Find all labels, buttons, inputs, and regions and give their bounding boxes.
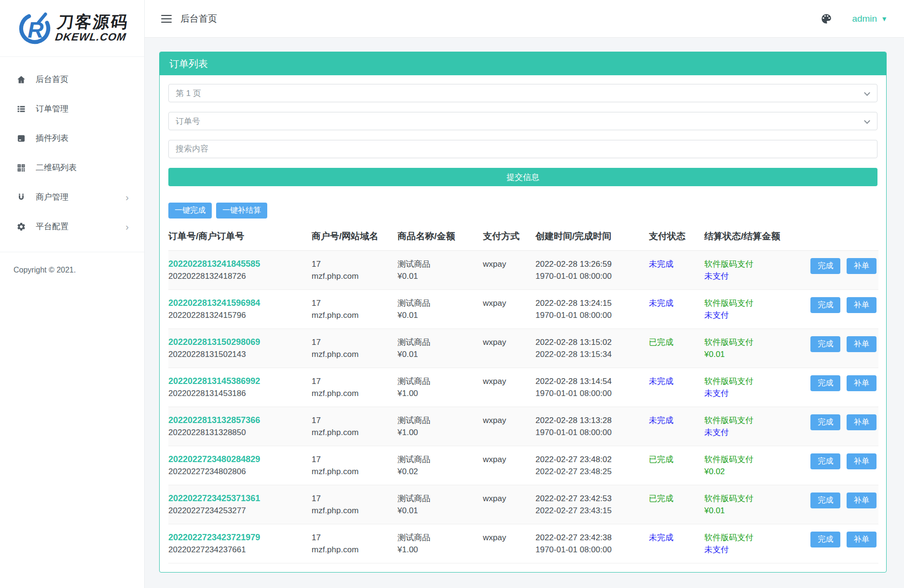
finished-time: 1970-01-01 08:00:00	[535, 544, 645, 556]
sidebar-menu: 后台首页 订单管理 插件列表 二维码列表	[0, 57, 144, 241]
product-amount: ¥0.01	[397, 348, 479, 360]
sidebar: R 刀客源码 DKEWL.COM 后台首页 订单管理 插件列表	[0, 0, 145, 588]
settle-value: 未支付	[704, 544, 800, 556]
theme-palette-button[interactable]	[820, 13, 833, 25]
row-reissue-button[interactable]: 补单	[847, 297, 877, 313]
pay-status: 已完成	[649, 336, 700, 348]
pay-status: 未完成	[649, 532, 700, 544]
pay-method: wxpay	[483, 258, 532, 270]
sidebar-item-orders[interactable]: 订单管理	[0, 94, 144, 123]
order-no-link[interactable]: 2022022723423721979	[168, 533, 260, 542]
sidebar-item-merchants[interactable]: 商户管理 ›	[0, 182, 144, 212]
created-time: 2022-02-28 13:15:02	[535, 336, 645, 348]
order-row: 2022022723425371361 20220227234253277 17…	[168, 485, 878, 524]
site-domain: mzf.php.com	[312, 544, 394, 556]
merchant-id: 17	[312, 532, 394, 544]
settle-value: ¥0.01	[704, 348, 800, 360]
order-no-link[interactable]: 2022022813132857366	[168, 415, 260, 425]
sidebar-item-dashboard[interactable]: 后台首页	[0, 65, 144, 94]
merchant-order-no: 20220228131328850	[168, 426, 308, 438]
order-no-link[interactable]: 2022022723425371361	[168, 493, 260, 503]
col-pay-method: 支付方式	[483, 221, 535, 251]
col-pay-status: 支付状态	[649, 221, 704, 251]
finished-time: 2022-02-27 23:43:15	[535, 505, 645, 517]
settle-channel: 软件版码支付	[704, 375, 800, 387]
site-domain: mzf.php.com	[312, 387, 394, 399]
merchant-id: 17	[312, 375, 394, 387]
row-reissue-button[interactable]: 补单	[847, 453, 877, 469]
row-reissue-button[interactable]: 补单	[847, 532, 877, 547]
palette-icon	[820, 13, 833, 25]
user-dropdown[interactable]: admin ▼	[852, 14, 888, 24]
brand-name: 刀客源码	[56, 14, 130, 31]
row-reissue-button[interactable]: 补单	[847, 258, 877, 274]
col-times: 创建时间/完成时间	[535, 221, 649, 251]
chevron-down-icon	[864, 118, 870, 124]
sidebar-item-plugins[interactable]: 插件列表	[0, 123, 144, 153]
pay-method: wxpay	[483, 336, 532, 348]
row-complete-button[interactable]: 完成	[810, 336, 840, 352]
sidebar-item-qrcodes[interactable]: 二维码列表	[0, 153, 144, 182]
site-domain: mzf.php.com	[312, 270, 394, 282]
row-complete-button[interactable]: 完成	[810, 258, 840, 274]
pay-status: 已完成	[649, 492, 700, 505]
pay-method: wxpay	[483, 375, 532, 387]
brand-logo-icon: R	[17, 11, 53, 46]
search-field-value: 订单号	[176, 116, 200, 127]
row-complete-button[interactable]: 完成	[810, 453, 840, 469]
row-reissue-button[interactable]: 补单	[847, 414, 877, 430]
hamburger-menu-icon[interactable]	[161, 15, 172, 23]
col-actions	[804, 221, 878, 251]
page-select[interactable]: 第 1 页	[168, 84, 877, 102]
site-domain: mzf.php.com	[312, 348, 394, 360]
orders-table: 订单号/商户订单号 商户号/网站域名 商品名称/金额 支付方式 创建时间/完成时…	[168, 221, 878, 563]
submit-button[interactable]: 提交信息	[168, 168, 877, 186]
row-reissue-button[interactable]: 补单	[847, 492, 877, 508]
resettle-all-button[interactable]: 一键补结算	[216, 203, 267, 219]
order-no-link[interactable]: 2022022813145386992	[168, 376, 260, 386]
merchant-order-no: 20220228132415796	[168, 309, 308, 321]
finished-time: 1970-01-01 08:00:00	[535, 309, 645, 321]
settle-value: 未支付	[704, 309, 800, 321]
site-domain: mzf.php.com	[312, 505, 394, 517]
pay-method: wxpay	[483, 414, 532, 426]
main-content: 订单列表 第 1 页 订单号 提交信息 一键完成 一键补结算	[145, 38, 904, 588]
merchant-order-no: 20220228131502143	[168, 348, 308, 360]
product-amount: ¥0.01	[397, 309, 479, 321]
finished-time: 1970-01-01 08:00:00	[535, 426, 645, 438]
chevron-right-icon: ›	[125, 192, 129, 202]
brand-logo: R 刀客源码 DKEWL.COM	[0, 0, 144, 57]
merchant-id: 17	[312, 414, 394, 426]
pay-status: 未完成	[649, 414, 700, 426]
created-time: 2022-02-28 13:24:15	[535, 297, 645, 309]
settle-channel: 软件版码支付	[704, 532, 800, 544]
col-settle: 结算状态/结算金额	[704, 221, 804, 251]
order-no-link[interactable]: 2022022723480284829	[168, 454, 260, 464]
row-complete-button[interactable]: 完成	[810, 492, 840, 508]
complete-all-button[interactable]: 一键完成	[168, 203, 212, 219]
created-time: 2022-02-27 23:48:02	[535, 453, 645, 465]
plugin-icon	[16, 134, 26, 143]
pay-status: 未完成	[649, 297, 700, 309]
product-amount: ¥0.02	[397, 465, 479, 478]
created-time: 2022-02-28 13:26:59	[535, 258, 645, 270]
row-complete-button[interactable]: 完成	[810, 414, 840, 430]
order-no-link[interactable]: 2022022813150298069	[168, 337, 260, 347]
search-input[interactable]	[168, 140, 877, 158]
order-no-link[interactable]: 2022022813241596984	[168, 298, 260, 308]
search-field-select[interactable]: 订单号	[168, 112, 877, 130]
order-no-link[interactable]: 2022022813241845585	[168, 259, 260, 269]
merchant-order-no: 20220228131453186	[168, 387, 308, 399]
panel-title: 订单列表	[160, 52, 886, 75]
product-name: 测试商品	[397, 336, 479, 348]
sidebar-item-platform-config[interactable]: 平台配置 ›	[0, 212, 144, 241]
product-name: 测试商品	[397, 532, 479, 544]
username: admin	[852, 14, 877, 24]
row-complete-button[interactable]: 完成	[810, 297, 840, 313]
order-row: 2022022813132857366 20220228131328850 17…	[168, 407, 878, 446]
order-row: 2022022813241845585 20220228132418726 17…	[168, 251, 878, 290]
row-reissue-button[interactable]: 补单	[847, 336, 877, 352]
row-complete-button[interactable]: 完成	[810, 532, 840, 547]
row-complete-button[interactable]: 完成	[810, 375, 840, 391]
row-reissue-button[interactable]: 补单	[847, 375, 877, 391]
